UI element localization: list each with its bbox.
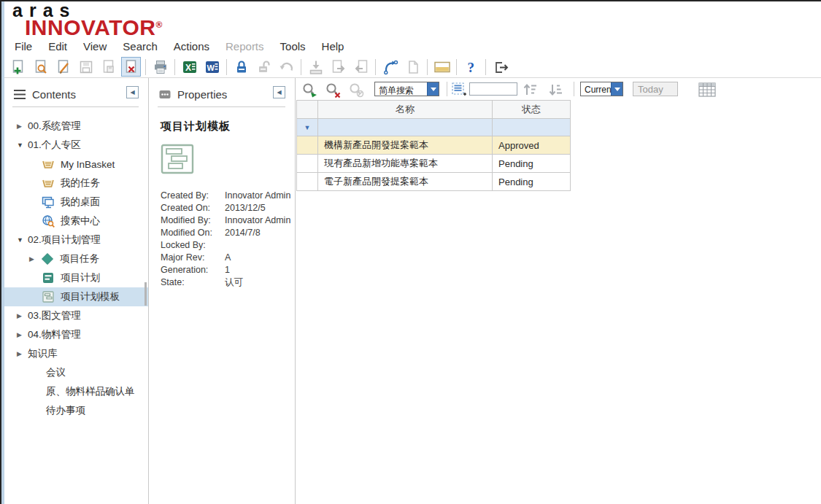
search-mode-value: 简单搜索 [375, 82, 427, 96]
row-state-cell[interactable]: Approved [493, 136, 571, 155]
state-column-header[interactable]: 状态 [493, 101, 571, 119]
selector-column-header[interactable] [297, 101, 318, 119]
version-range-select[interactable]: Current [580, 82, 623, 96]
grid-view-icon[interactable] [698, 81, 716, 98]
grid-row[interactable]: 現有產品新增功能專案範本 Pending [297, 155, 571, 173]
tree-scrollbar-thumb[interactable] [144, 282, 147, 306]
save-icon [76, 57, 96, 77]
name-column-header[interactable]: 名称 [318, 101, 493, 119]
row-state-cell[interactable]: Pending [493, 155, 571, 173]
export-word-icon[interactable]: W [202, 57, 222, 77]
sidebar-item-project-tasks[interactable]: ▶项目任务 [4, 249, 148, 268]
menu-edit[interactable]: Edit [40, 39, 75, 54]
new-item-icon[interactable] [8, 57, 28, 77]
export-excel-icon[interactable]: X [180, 57, 199, 77]
property-row: Generation:1 [161, 264, 295, 276]
inbasket-icon [41, 177, 55, 190]
undo-icon [277, 57, 296, 77]
property-row: Created On:2013/12/5 [161, 202, 295, 214]
filter-dropdown-icon[interactable]: ▼ [297, 124, 317, 131]
expand-arrow-icon[interactable]: ▼ [17, 141, 28, 149]
row-name-cell[interactable]: 機構新產品開發提案範本 [318, 136, 493, 155]
menu-file[interactable]: File [7, 39, 40, 54]
sidebar-item-project-plan-template[interactable]: 项目计划模板 [4, 287, 148, 306]
sidebar-item-my-tasks[interactable]: 我的任务 [4, 174, 148, 193]
row-name-cell[interactable]: 現有產品新增功能專案範本 [318, 155, 493, 173]
hamburger-icon[interactable] [14, 90, 26, 99]
stop-search-icon [347, 81, 365, 98]
expand-arrow-icon[interactable]: ▶ [17, 331, 28, 338]
contents-tree: ▶00.系统管理 ▼01.个人专区 My InBasket 我的任务 我的桌面 … [4, 117, 148, 420]
sidebar-item-knowledge-base[interactable]: ▶知识库 [4, 344, 148, 363]
toolbar-separator [485, 59, 486, 75]
menu-view[interactable]: View [75, 39, 115, 54]
menu-actions[interactable]: Actions [166, 39, 217, 54]
aras-innovator-logo: aras INNOVATOR® [12, 3, 163, 36]
sidebar-item-my-desktop[interactable]: 我的桌面 [4, 193, 148, 212]
logout-icon[interactable] [490, 57, 510, 77]
property-row: State:认可 [161, 276, 295, 289]
menu-search[interactable]: Search [115, 39, 166, 54]
sidebar-item-project-plan[interactable]: 项目计划 [4, 268, 148, 287]
search-icon[interactable] [31, 57, 50, 77]
sidebar-item-personal-area[interactable]: ▼01.个人专区 [4, 136, 148, 155]
grid-row[interactable]: 電子新產品開發提案範本 Pending [297, 173, 571, 191]
search-mode-dropdown-icon[interactable] [427, 82, 439, 96]
window-top-edge [0, 0, 821, 1]
sidebar-item-todo[interactable]: 待办事项 [4, 401, 148, 420]
search-mode-select[interactable]: 简单搜索 [374, 82, 439, 96]
expand-arrow-icon[interactable]: ▶ [17, 350, 28, 357]
sidebar-item-search-center[interactable]: 搜索中心 [4, 212, 148, 230]
expand-arrow-icon[interactable]: ▼ [17, 236, 28, 244]
close-icon[interactable] [121, 57, 141, 77]
page-size-input[interactable] [469, 82, 517, 96]
selected-item-title: 项目计划模板 [161, 120, 295, 133]
menu-help[interactable]: Help [314, 39, 352, 54]
row-selector-cell[interactable] [297, 136, 318, 155]
project-plan-icon [41, 271, 55, 285]
properties-icon [159, 90, 171, 99]
collapse-properties-icon[interactable]: ◀ [273, 86, 285, 98]
panel-divider [158, 106, 285, 107]
print-icon[interactable] [150, 57, 170, 77]
lock-icon[interactable] [231, 57, 251, 77]
menu-tools[interactable]: Tools [272, 39, 314, 54]
main-toolbar: X W ? [7, 56, 512, 77]
run-search-icon[interactable] [301, 81, 318, 98]
collapse-contents-icon[interactable]: ◀ [126, 86, 139, 98]
row-selector-cell[interactable] [297, 155, 318, 173]
show-progress-icon[interactable] [432, 57, 452, 77]
sidebar-item-doc-mgmt[interactable]: ▶03.图文管理 [4, 306, 148, 325]
row-selector-cell[interactable] [297, 173, 318, 191]
diamond-icon [40, 252, 54, 266]
sidebar-item-material-mgmt[interactable]: ▶04.物料管理 [4, 325, 148, 344]
page-size-icon[interactable] [450, 81, 468, 98]
version-range-dropdown-icon[interactable] [611, 82, 623, 96]
sidebar-item-system-mgmt[interactable]: ▶00.系统管理 [4, 117, 148, 136]
svg-text:?: ? [467, 59, 474, 74]
export-right-icon [328, 57, 348, 77]
sidebar-item-my-inbasket[interactable]: My InBasket [4, 155, 148, 174]
sidebar-item-meeting[interactable]: 会议 [4, 363, 148, 382]
row-state-cell[interactable]: Pending [493, 173, 571, 191]
contents-panel: Contents ◀ ▶00.系统管理 ▼01.个人专区 My InBasket… [4, 78, 149, 504]
properties-panel-header: Properties ◀ [150, 78, 295, 102]
state-filter-cell[interactable] [493, 119, 571, 136]
toolbar-separator [456, 59, 457, 75]
expand-arrow-icon[interactable]: ▶ [17, 312, 28, 319]
expand-arrow-icon[interactable]: ▶ [29, 255, 40, 263]
name-filter-cell[interactable] [318, 119, 493, 136]
sidebar-item-material-sample-confirm[interactable]: 原、物料样品确认单 [4, 382, 148, 401]
expand-arrow-icon[interactable]: ▶ [17, 123, 28, 130]
grid-row-selected[interactable]: 機構新產品開發提案範本 Approved [297, 136, 571, 155]
workflow-refresh-icon[interactable] [380, 57, 400, 77]
properties-body: 项目计划模板 Created By:Innovator Admin Create… [150, 120, 295, 289]
sidebar-item-project-plan-mgmt[interactable]: ▼02.项目计划管理 [4, 230, 148, 249]
row-name-cell[interactable]: 電子新產品開發提案範本 [318, 173, 493, 191]
search-toolbar-separator [447, 82, 447, 96]
help-icon[interactable]: ? [461, 57, 481, 77]
edit-icon[interactable] [53, 57, 73, 77]
property-row: Created By:Innovator Admin [161, 190, 295, 202]
filter-dropdown-cell[interactable]: ▼ [297, 119, 318, 136]
clear-search-icon[interactable] [324, 81, 342, 98]
